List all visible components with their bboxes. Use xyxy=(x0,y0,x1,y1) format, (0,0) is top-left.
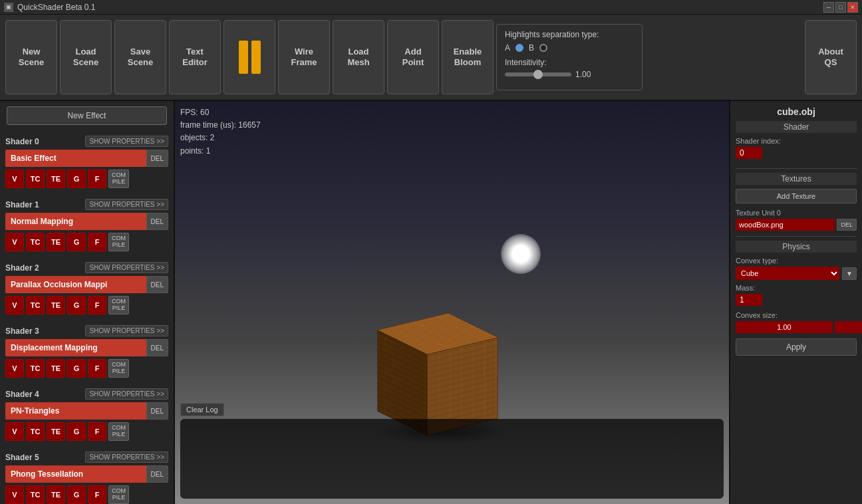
stage-tc-btn-0[interactable]: TC xyxy=(26,170,45,188)
shader-index-field[interactable] xyxy=(736,147,762,159)
stage-te-btn-5[interactable]: TE xyxy=(47,485,65,504)
radio-b[interactable] xyxy=(539,44,547,52)
minimize-button[interactable]: ─ xyxy=(823,2,834,13)
del-button-2[interactable]: DEL xyxy=(146,276,168,293)
objects-text: objects: 2 xyxy=(180,132,261,144)
convex-type-row: Cube Sphere Cylinder ▼ xyxy=(736,267,857,280)
add-point-button[interactable]: AddPoint xyxy=(387,20,439,94)
stage-tc-btn-5[interactable]: TC xyxy=(26,485,45,504)
stage-v-btn-5[interactable]: V xyxy=(5,485,24,504)
stage-f-btn-1[interactable]: F xyxy=(88,233,106,251)
text-editor-button[interactable]: TextEditor xyxy=(169,20,221,94)
shader-header-0: Shader 0 SHOW PROPERTIES >> xyxy=(5,136,168,147)
compile-btn-2[interactable]: COMPILE xyxy=(108,296,129,315)
show-props-button-0[interactable]: SHOW PROPERTIES >> xyxy=(85,136,168,147)
left-panel: New Effect Shader 0 SHOW PROPERTIES >> B… xyxy=(0,101,175,504)
del-button-1[interactable]: DEL xyxy=(146,213,168,230)
intensity-slider[interactable] xyxy=(505,72,571,76)
show-props-button-2[interactable]: SHOW PROPERTIES >> xyxy=(85,262,168,273)
compile-btn-3[interactable]: COMPILE xyxy=(108,359,129,378)
texture-del-button[interactable]: DEL xyxy=(837,219,857,231)
del-button-5[interactable]: DEL xyxy=(146,465,168,483)
stage-te-btn-1[interactable]: TE xyxy=(47,233,65,251)
new-effect-button[interactable]: New Effect xyxy=(7,106,167,125)
load-scene-button[interactable]: LoadScene xyxy=(60,20,112,94)
stage-f-btn-4[interactable]: F xyxy=(88,422,106,441)
del-button-3[interactable]: DEL xyxy=(146,339,168,356)
compile-btn-0[interactable]: COMPILE xyxy=(108,170,129,188)
stage-te-btn-4[interactable]: TE xyxy=(47,422,65,441)
stage-f-btn-2[interactable]: F xyxy=(88,296,106,315)
stage-f-btn-5[interactable]: F xyxy=(88,485,106,504)
show-props-button-5[interactable]: SHOW PROPERTIES >> xyxy=(85,451,168,463)
shader-section-2: Shader 2 SHOW PROPERTIES >> Parallax Occ… xyxy=(0,257,174,320)
stage-tc-btn-3[interactable]: TC xyxy=(26,359,45,378)
compile-btn-5[interactable]: COMPILE xyxy=(108,485,129,504)
mass-field[interactable] xyxy=(736,294,762,306)
apply-button[interactable]: Apply xyxy=(736,338,857,356)
effect-name-button-1[interactable]: Normal Mapping xyxy=(5,213,146,230)
titlebar-title: QuickShader Beta 0.1 xyxy=(17,3,95,12)
size-y-field[interactable] xyxy=(835,321,862,333)
del-button-4[interactable]: DEL xyxy=(146,402,168,420)
stage-v-btn-4[interactable]: V xyxy=(5,422,24,441)
effect-name-button-0[interactable]: Basic Effect xyxy=(5,150,146,167)
mass-label: Mass: xyxy=(736,284,857,292)
save-scene-button[interactable]: SaveScene xyxy=(114,20,166,94)
size-x-field[interactable] xyxy=(736,321,833,333)
right-panel: cube.obj Shader Shader index: Textures A… xyxy=(729,101,862,504)
stage-tc-btn-1[interactable]: TC xyxy=(26,233,45,251)
stage-g-btn-5[interactable]: G xyxy=(67,485,86,504)
compile-btn-1[interactable]: COMPILE xyxy=(108,233,129,251)
show-props-button-4[interactable]: SHOW PROPERTIES >> xyxy=(85,388,168,400)
add-texture-button[interactable]: Add Texture xyxy=(736,189,857,203)
main-area: New Effect Shader 0 SHOW PROPERTIES >> B… xyxy=(0,101,862,504)
convex-type-select[interactable]: Cube Sphere Cylinder xyxy=(736,267,839,280)
stage-f-btn-0[interactable]: F xyxy=(88,170,106,188)
effect-name-button-3[interactable]: Displacement Mapping xyxy=(5,339,146,356)
stage-f-btn-3[interactable]: F xyxy=(88,359,106,378)
shader-header-5: Shader 5 SHOW PROPERTIES >> xyxy=(5,451,168,463)
del-button-0[interactable]: DEL xyxy=(146,150,168,167)
clear-log-button[interactable]: Clear Log xyxy=(180,403,224,416)
texture-name-field[interactable] xyxy=(736,219,835,231)
maximize-button[interactable]: □ xyxy=(835,2,846,13)
shader-btns-row-2: VTCTEGF COMPILE xyxy=(5,296,168,315)
stage-g-btn-4[interactable]: G xyxy=(67,422,86,441)
effect-name-button-4[interactable]: PN-Triangles xyxy=(5,402,146,420)
about-qs-button[interactable]: AboutQS xyxy=(805,20,857,94)
effect-row-3: Displacement Mapping DEL xyxy=(5,339,168,356)
load-mesh-button[interactable]: LoadMesh xyxy=(333,20,384,94)
stage-g-btn-0[interactable]: G xyxy=(67,170,86,188)
effect-name-button-2[interactable]: Parallax Occlusion Mappi xyxy=(5,276,146,293)
close-button[interactable]: ✕ xyxy=(847,2,858,13)
stage-g-btn-2[interactable]: G xyxy=(67,296,86,315)
show-props-button-3[interactable]: SHOW PROPERTIES >> xyxy=(85,325,168,336)
pause-button[interactable] xyxy=(223,20,275,94)
shader-section-0: Shader 0 SHOW PROPERTIES >> Basic Effect… xyxy=(0,130,174,193)
size-row xyxy=(736,321,857,333)
compile-btn-4[interactable]: COMPILE xyxy=(108,422,129,441)
enable-bloom-button[interactable]: EnableBloom xyxy=(442,20,494,94)
radio-a[interactable] xyxy=(515,44,523,52)
show-props-button-1[interactable]: SHOW PROPERTIES >> xyxy=(85,199,168,210)
shader-btns-row-4: VTCTEGF COMPILE xyxy=(5,422,168,441)
effect-name-button-5[interactable]: Phong Tessellation xyxy=(5,465,146,483)
wireframe-button[interactable]: WireFrame xyxy=(278,20,330,94)
shader-section-3: Shader 3 SHOW PROPERTIES >> Displacement… xyxy=(0,320,174,383)
shader-label-0: Shader 0 xyxy=(5,137,39,146)
stage-v-btn-0[interactable]: V xyxy=(5,170,24,188)
new-scene-button[interactable]: NewScene xyxy=(5,20,57,94)
stage-tc-btn-4[interactable]: TC xyxy=(26,422,45,441)
stage-v-btn-2[interactable]: V xyxy=(5,296,24,315)
stage-v-btn-3[interactable]: V xyxy=(5,359,24,378)
stage-te-btn-2[interactable]: TE xyxy=(47,296,65,315)
stage-tc-btn-2[interactable]: TC xyxy=(26,296,45,315)
stage-v-btn-1[interactable]: V xyxy=(5,233,24,251)
stage-g-btn-1[interactable]: G xyxy=(67,233,86,251)
viewport[interactable]: FPS: 60 frame time (us): 16657 objects: … xyxy=(175,101,729,504)
stage-g-btn-3[interactable]: G xyxy=(67,359,86,378)
stage-te-btn-3[interactable]: TE xyxy=(47,359,65,378)
stage-te-btn-0[interactable]: TE xyxy=(47,170,65,188)
convex-dropdown-button[interactable]: ▼ xyxy=(842,267,857,280)
